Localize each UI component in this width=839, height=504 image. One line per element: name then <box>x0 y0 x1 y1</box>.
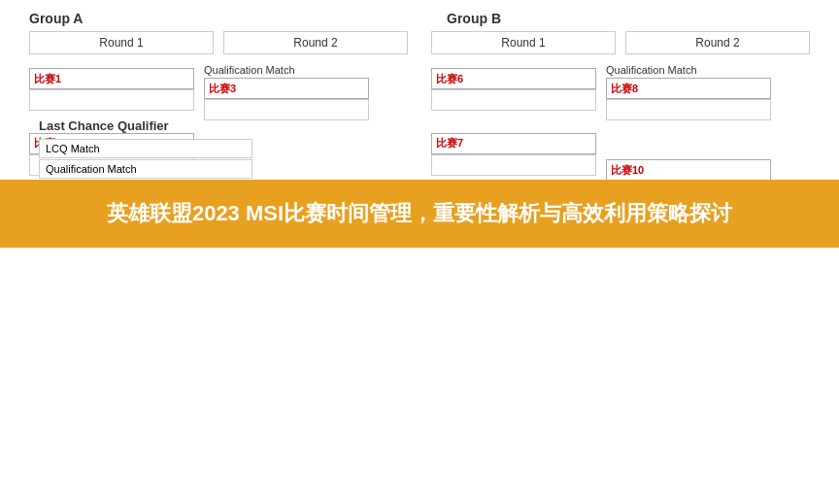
group-a-round1-header: Round 1 <box>29 31 214 54</box>
group-b-title: Group B <box>447 11 501 26</box>
group-a-title: Group A <box>29 11 83 26</box>
group-b-title-container: Group B <box>437 10 839 27</box>
banner-text: 英雄联盟2023 MSI比赛时间管理，重要性解析与高效利用策略探讨 <box>107 199 732 229</box>
group-b-match6-slot2: — <box>431 89 596 111</box>
group-a-match1-slot2: — <box>29 89 194 111</box>
banner: 英雄联盟2023 MSI比赛时间管理，重要性解析与高效利用策略探讨 <box>0 180 839 248</box>
group-b-match10-slot1: 比赛10 <box>606 159 771 181</box>
group-a-match1-slot1: 比赛1 <box>29 68 194 89</box>
group-b-round1-header: Round 1 <box>431 31 616 54</box>
group-b-round2-header: Round 2 <box>625 31 810 54</box>
group-a-match3-slot2: — <box>204 99 369 120</box>
group-a-title-container: Group A <box>29 10 437 27</box>
lcq-title: Last Chance Qualifier <box>39 118 252 133</box>
group-a-qual-label: Qualification Match <box>204 64 369 76</box>
group-b-match8-slot2: — <box>606 99 771 120</box>
group-b-match6-slot1: 比赛6 <box>431 68 596 89</box>
group-b-qual-label: Qualification Match <box>606 64 771 76</box>
group-b-match7-slot2: — <box>431 154 596 176</box>
group-a-round2-header: Round 2 <box>223 31 408 54</box>
lcq-match-box: LCQ Match <box>39 139 252 158</box>
lcq-qual-box: Qualification Match <box>39 159 252 179</box>
group-b-match7-slot1: 比赛7 <box>431 133 596 154</box>
group-a-match3-slot1: 比赛3 <box>204 78 369 99</box>
main-container: 英雄联盟2023 MSI比赛时间管理，重要性解析与高效利用策略探讨 Group … <box>0 0 839 504</box>
group-b-match8-slot1: 比赛8 <box>606 78 771 99</box>
